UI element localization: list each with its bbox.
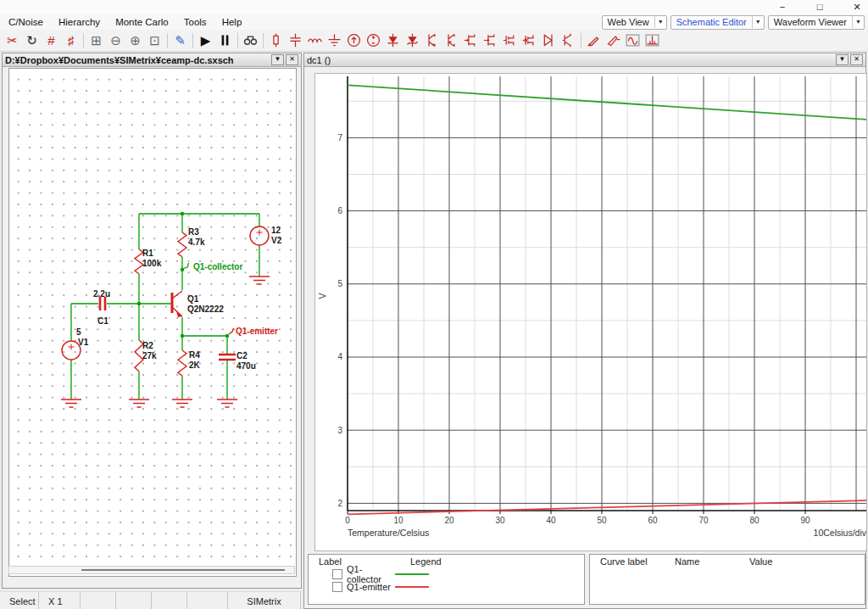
status-cell-2: [81, 592, 116, 609]
status-select: Select: [0, 592, 39, 609]
menu-item-tools[interactable]: Tools: [176, 15, 214, 29]
curve-col-label: Curve label: [600, 556, 675, 567]
voltage-probe-icon[interactable]: [584, 31, 604, 50]
curve-col-value: Value: [749, 556, 824, 567]
view-button-schematic-editor[interactable]: Schematic Editor▼: [670, 15, 765, 30]
npn-transistor-icon[interactable]: [422, 31, 442, 50]
legend-col-legend: Legend: [410, 556, 442, 567]
svg-text:50: 50: [597, 516, 607, 525]
chevron-down-icon[interactable]: ▼: [752, 16, 764, 28]
menu-item-c-noise[interactable]: C/Noise: [1, 15, 51, 29]
main-toolbar: ✂↻#♯⊞⊖⊕⊡✎▶: [0, 30, 868, 52]
svg-text:12: 12: [271, 226, 281, 235]
svg-text:V: V: [317, 293, 327, 299]
menu-item-hierarchy[interactable]: Hierarchy: [51, 15, 108, 29]
ground-icon[interactable]: [325, 31, 344, 50]
mosfet-p-icon[interactable]: [520, 31, 539, 50]
svg-text:470u: 470u: [236, 361, 256, 371]
zoom-area-icon[interactable]: ⊞: [86, 31, 106, 50]
legend-row-q1-emitter: Q1-emitter: [309, 580, 584, 593]
buffer-icon[interactable]: [539, 31, 559, 50]
status-cell-4: [152, 592, 187, 609]
curve-col-name: Name: [675, 556, 749, 567]
schematic-labels: R34.7k12V2R1100kQ1-collector2.2uC1Q1Q2N2…: [76, 226, 282, 371]
svg-text:27k: 27k: [142, 351, 157, 360]
view-button-label: Web View: [603, 17, 654, 27]
waveform-chart: 2345670102030405060708090Temperature/Cel…: [315, 74, 866, 550]
current-source-icon[interactable]: [344, 31, 364, 50]
find-icon[interactable]: [241, 31, 260, 50]
waveform-plot-area[interactable]: 2345670102030405060708090Temperature/Cel…: [314, 73, 867, 551]
svg-text:Temperature/Celsius: Temperature/Celsius: [348, 528, 429, 538]
diode-icon[interactable]: [383, 31, 403, 50]
close-button[interactable]: ✕: [849, 0, 865, 14]
zoom-in-icon[interactable]: ⊕: [125, 31, 145, 50]
chevron-down-icon[interactable]: ▼: [852, 16, 864, 28]
legend-checkbox-q1-collector[interactable]: [332, 569, 342, 579]
zoom-out-icon[interactable]: ⊖: [106, 31, 125, 50]
svg-text:2K: 2K: [189, 360, 201, 370]
menu-item-help[interactable]: Help: [214, 15, 250, 29]
maximize-button[interactable]: □: [812, 0, 827, 14]
curve-q1-collector: [348, 85, 866, 120]
mosfet-n-icon[interactable]: [500, 31, 520, 50]
cut-icon[interactable]: ✂: [3, 31, 22, 50]
view-switcher: Web View▼Schematic Editor▼Waveform Viewe…: [602, 15, 868, 30]
toolbar-separator: [192, 33, 193, 48]
svg-text:Q1-collector: Q1-collector: [193, 262, 242, 271]
waveform-title: dc1 (): [307, 55, 331, 65]
schematic-close-button[interactable]: ✕: [286, 54, 298, 65]
waveform-titlebar[interactable]: dc1 () ▼ ✕: [304, 53, 865, 67]
waveform-source-icon[interactable]: [623, 31, 643, 50]
svg-text:100k: 100k: [142, 259, 162, 268]
svg-text:80: 80: [749, 516, 760, 525]
view-button-web-view[interactable]: Web View▼: [602, 15, 667, 30]
bus-icon[interactable]: ♯: [61, 31, 81, 50]
fourier-probe-icon[interactable]: [643, 31, 662, 50]
hscrollbar-thumb[interactable]: [81, 569, 285, 571]
schematic-components: [61, 226, 270, 407]
pnp-transistor-icon[interactable]: [442, 31, 461, 50]
schematic-canvas[interactable]: R34.7k12V2R1100kQ1-collector2.2uC1Q1Q2N2…: [8, 68, 297, 577]
waveform-collapse-button[interactable]: ▼: [836, 54, 849, 65]
svg-text:R2: R2: [142, 341, 153, 350]
edit-pencil-icon[interactable]: ✎: [170, 31, 190, 50]
igbt-icon[interactable]: [559, 31, 578, 50]
schematic-collapse-button[interactable]: ▼: [271, 54, 284, 65]
svg-text:2.2u: 2.2u: [93, 289, 110, 299]
current-probe-icon[interactable]: [604, 31, 623, 50]
wire-icon[interactable]: #: [42, 31, 61, 50]
schematic-panel: D:¥Dropbox¥Documents¥SIMetrix¥ceamp-dc.s…: [2, 53, 302, 589]
schematic-titlebar[interactable]: D:¥Dropbox¥Documents¥SIMetrix¥ceamp-dc.s…: [3, 53, 301, 67]
legend-checkbox-q1-emitter[interactable]: [332, 582, 342, 592]
menu-bar: C/NoiseHierarchyMonte CarloToolsHelp Web…: [0, 14, 868, 30]
menu-item-monte-carlo[interactable]: Monte Carlo: [108, 15, 176, 29]
jfet-p-icon[interactable]: [481, 31, 500, 50]
voltage-source-icon[interactable]: [364, 31, 383, 50]
waveform-close-button[interactable]: ✕: [850, 54, 863, 65]
svg-text:10Celsius/div: 10Celsius/div: [814, 528, 866, 538]
toolbar-separator: [581, 33, 581, 48]
svg-text:90: 90: [800, 516, 810, 525]
resistor-icon[interactable]: [266, 31, 286, 50]
minimize-button[interactable]: −: [775, 0, 790, 14]
view-button-waveform-viewer[interactable]: Waveform Viewer▼: [768, 15, 865, 30]
jfet-n-icon[interactable]: [461, 31, 481, 50]
svg-text:R1: R1: [142, 249, 153, 258]
schematic-hscrollbar[interactable]: [8, 566, 295, 574]
inductor-icon[interactable]: [305, 31, 325, 50]
rotate-icon[interactable]: ↻: [22, 31, 42, 50]
run-simulation-icon[interactable]: ▶: [196, 31, 215, 50]
legend-label: Q1-emitter: [347, 582, 391, 592]
pause-simulation-icon[interactable]: [215, 31, 235, 50]
capacitor-icon[interactable]: [286, 31, 305, 50]
svg-text:10: 10: [393, 516, 403, 525]
zener-diode-icon[interactable]: [403, 31, 422, 50]
status-x-1: X 1: [39, 592, 81, 609]
chevron-down-icon[interactable]: ▼: [654, 16, 666, 28]
zoom-full-icon[interactable]: ⊡: [145, 31, 164, 50]
svg-text:30: 30: [495, 516, 505, 525]
svg-text:2: 2: [337, 499, 342, 508]
svg-text:5: 5: [337, 279, 342, 288]
toolbar-separator: [237, 33, 238, 48]
